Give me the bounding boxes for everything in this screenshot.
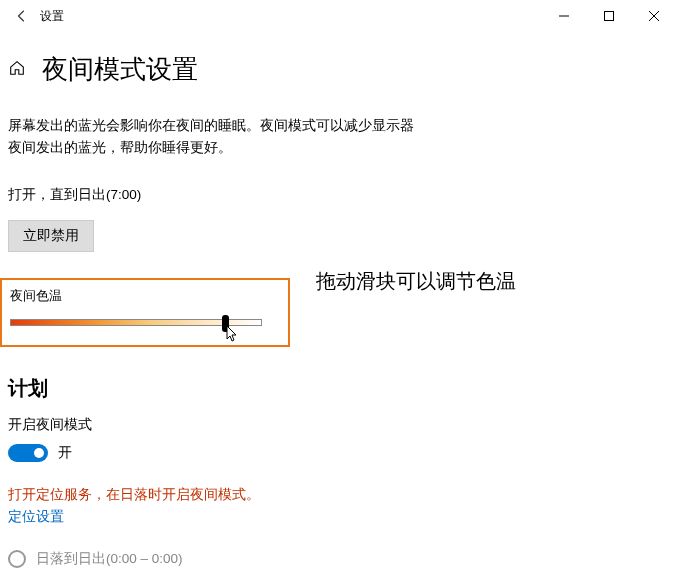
location-settings-link[interactable]: 定位设置: [8, 508, 64, 526]
description-line-1: 屏幕发出的蓝光会影响你在夜间的睡眠。夜间模式可以减少显示器: [8, 115, 668, 137]
minimize-button[interactable]: [541, 0, 586, 32]
schedule-heading: 计划: [8, 375, 668, 402]
color-temp-label: 夜间色温: [2, 288, 282, 305]
radio-sunset-label: 日落到日出(0:00 – 0:00): [36, 550, 183, 568]
night-mode-toggle[interactable]: [8, 444, 48, 462]
back-button[interactable]: [8, 9, 36, 23]
window-title: 设置: [36, 8, 64, 25]
svg-rect-1: [604, 12, 613, 21]
radio-sunset: [8, 550, 26, 568]
description-line-2: 夜间发出的蓝光，帮助你睡得更好。: [8, 137, 668, 159]
night-mode-toggle-label: 开启夜间模式: [8, 416, 668, 434]
disable-now-button[interactable]: 立即禁用: [8, 220, 94, 252]
toggle-state-label: 开: [58, 444, 72, 462]
maximize-button[interactable]: [586, 0, 631, 32]
page-title: 夜间模式设置: [42, 52, 198, 87]
slider-thumb[interactable]: [222, 315, 229, 332]
close-button[interactable]: [631, 0, 676, 32]
color-temp-slider[interactable]: [10, 319, 262, 329]
annotation-text: 拖动滑块可以调节色温: [316, 268, 516, 295]
home-icon[interactable]: [8, 59, 26, 81]
color-temp-group: 夜间色温: [0, 278, 290, 347]
schedule-status: 打开，直到日出(7:00): [8, 186, 668, 204]
location-warning: 打开定位服务，在日落时开启夜间模式。: [8, 486, 668, 504]
